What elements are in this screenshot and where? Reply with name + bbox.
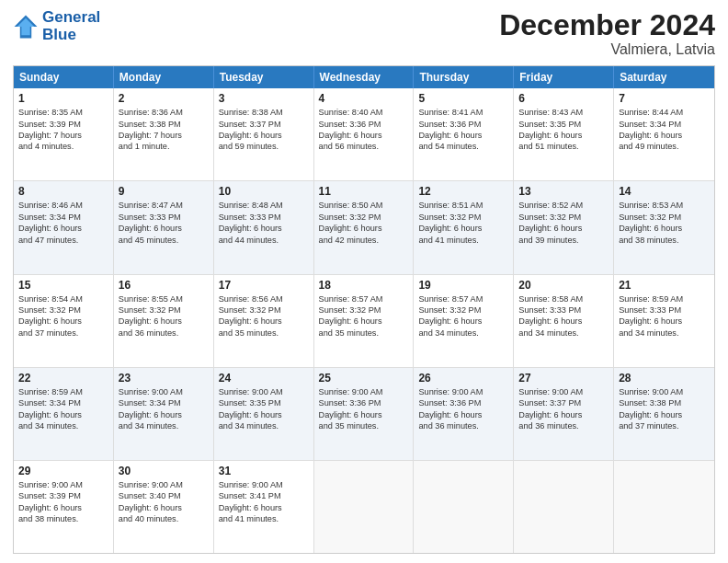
cell-line: Sunrise: 8:38 AM: [219, 107, 309, 118]
calendar-cell: 29Sunrise: 9:00 AMSunset: 3:39 PMDayligh…: [14, 461, 114, 553]
cell-line: Sunrise: 9:00 AM: [219, 479, 309, 490]
cell-line: Sunrise: 9:00 AM: [619, 386, 710, 397]
day-number: 13: [518, 185, 609, 198]
day-header-friday: Friday: [514, 66, 614, 88]
cell-line: Sunset: 3:32 PM: [518, 212, 609, 223]
calendar-cell: 3Sunrise: 8:38 AMSunset: 3:37 PMDaylight…: [214, 88, 314, 180]
day-number: 10: [219, 185, 309, 198]
cell-line: and 4 minutes.: [18, 141, 108, 152]
day-number: 4: [319, 92, 409, 105]
day-number: 21: [619, 279, 710, 292]
calendar-cell: 25Sunrise: 9:00 AMSunset: 3:36 PMDayligh…: [314, 368, 415, 460]
calendar-cell: 17Sunrise: 8:56 AMSunset: 3:32 PMDayligh…: [214, 275, 314, 367]
cell-line: Sunset: 3:33 PM: [619, 304, 710, 316]
cell-line: Sunrise: 8:55 AM: [119, 293, 209, 304]
cell-line: Daylight: 6 hours: [418, 316, 508, 327]
cell-line: Daylight: 6 hours: [119, 316, 209, 327]
page-title: December 2024: [499, 9, 715, 41]
calendar-cell: 23Sunrise: 9:00 AMSunset: 3:34 PMDayligh…: [114, 368, 214, 460]
cell-line: Daylight: 6 hours: [619, 409, 710, 420]
cell-line: Daylight: 6 hours: [518, 130, 609, 141]
cell-line: Sunset: 3:36 PM: [319, 397, 409, 408]
cell-line: Sunrise: 8:47 AM: [119, 200, 209, 211]
cell-line: Sunset: 3:33 PM: [119, 212, 209, 223]
cell-line: and 41 minutes.: [219, 513, 309, 524]
calendar-row-2: 8Sunrise: 8:46 AMSunset: 3:34 PMDaylight…: [14, 180, 714, 273]
day-number: 17: [219, 279, 309, 292]
logo-text: General Blue: [42, 9, 100, 43]
svg-marker-1: [17, 17, 35, 35]
day-number: 20: [518, 279, 609, 292]
cell-line: Sunset: 3:34 PM: [119, 397, 209, 408]
cell-line: Daylight: 6 hours: [18, 316, 108, 327]
day-number: 5: [418, 92, 508, 105]
cell-line: and 38 minutes.: [18, 513, 108, 524]
day-number: 25: [319, 372, 409, 385]
cell-line: Sunset: 3:36 PM: [418, 119, 508, 130]
calendar-cell: 20Sunrise: 8:58 AMSunset: 3:33 PMDayligh…: [514, 275, 614, 367]
day-number: 30: [119, 465, 209, 477]
cell-line: Daylight: 6 hours: [119, 409, 209, 420]
cell-line: and 37 minutes.: [18, 327, 108, 339]
cell-line: Sunrise: 8:35 AM: [18, 107, 108, 118]
cell-line: and 49 minutes.: [619, 141, 710, 152]
calendar-cell: [614, 461, 714, 553]
cell-line: Sunset: 3:34 PM: [18, 397, 108, 408]
calendar-cell: [414, 461, 514, 553]
cell-line: Sunrise: 8:52 AM: [518, 200, 609, 211]
cell-line: Sunrise: 8:50 AM: [319, 200, 409, 211]
cell-line: Daylight: 6 hours: [18, 502, 108, 513]
calendar-cell: 21Sunrise: 8:59 AMSunset: 3:33 PMDayligh…: [614, 275, 714, 367]
calendar-cell: 27Sunrise: 9:00 AMSunset: 3:37 PMDayligh…: [514, 368, 614, 460]
day-number: 31: [219, 465, 309, 477]
day-number: 12: [418, 185, 508, 198]
calendar-header: SundayMondayTuesdayWednesdayThursdayFrid…: [14, 66, 714, 88]
cell-line: Daylight: 6 hours: [319, 409, 409, 420]
calendar-cell: 13Sunrise: 8:52 AMSunset: 3:32 PMDayligh…: [514, 181, 614, 273]
cell-line: Sunrise: 8:58 AM: [518, 293, 609, 304]
calendar-cell: 14Sunrise: 8:53 AMSunset: 3:32 PMDayligh…: [614, 181, 714, 273]
cell-line: and 51 minutes.: [518, 141, 609, 152]
cell-line: and 1 minute.: [119, 141, 209, 152]
day-number: 26: [418, 372, 508, 385]
cell-line: Sunrise: 9:00 AM: [518, 386, 609, 397]
cell-line: Sunset: 3:33 PM: [219, 212, 309, 223]
cell-line: and 34 minutes.: [18, 420, 108, 431]
day-header-saturday: Saturday: [614, 66, 714, 88]
cell-line: Daylight: 6 hours: [319, 223, 409, 234]
calendar-row-5: 29Sunrise: 9:00 AMSunset: 3:39 PMDayligh…: [14, 460, 714, 553]
cell-line: and 36 minutes.: [119, 327, 209, 339]
cell-line: Daylight: 6 hours: [619, 223, 710, 234]
cell-line: Daylight: 6 hours: [219, 502, 309, 513]
calendar-cell: 11Sunrise: 8:50 AMSunset: 3:32 PMDayligh…: [314, 181, 415, 273]
day-number: 23: [119, 372, 209, 385]
cell-line: and 34 minutes.: [619, 327, 710, 339]
day-number: 7: [619, 92, 710, 105]
cell-line: Sunset: 3:38 PM: [119, 119, 209, 130]
cell-line: Sunrise: 8:44 AM: [619, 107, 710, 118]
cell-line: Sunrise: 8:57 AM: [319, 293, 409, 304]
cell-line: Sunset: 3:36 PM: [418, 397, 508, 408]
cell-line: and 41 minutes.: [418, 235, 508, 246]
calendar-cell: 4Sunrise: 8:40 AMSunset: 3:36 PMDaylight…: [314, 88, 415, 180]
cell-line: and 45 minutes.: [119, 235, 209, 246]
cell-line: Sunrise: 9:00 AM: [219, 386, 309, 397]
cell-line: and 44 minutes.: [219, 235, 309, 246]
calendar-cell: 28Sunrise: 9:00 AMSunset: 3:38 PMDayligh…: [614, 368, 714, 460]
day-number: 24: [219, 372, 309, 385]
cell-line: and 34 minutes.: [418, 327, 508, 339]
cell-line: Daylight: 6 hours: [518, 316, 609, 327]
logo: General Blue: [13, 9, 100, 43]
page-subtitle: Valmiera, Latvia: [499, 41, 715, 58]
day-number: 16: [119, 279, 209, 292]
cell-line: Daylight: 6 hours: [418, 223, 508, 234]
cell-line: Sunrise: 9:00 AM: [18, 479, 108, 490]
cell-line: Sunrise: 8:41 AM: [418, 107, 508, 118]
cell-line: Sunrise: 9:00 AM: [418, 386, 508, 397]
calendar-cell: 18Sunrise: 8:57 AMSunset: 3:32 PMDayligh…: [314, 275, 415, 367]
cell-line: Sunset: 3:32 PM: [219, 304, 309, 316]
cell-line: Sunset: 3:32 PM: [119, 304, 209, 316]
cell-line: Sunset: 3:37 PM: [518, 397, 609, 408]
cell-line: Daylight: 6 hours: [119, 223, 209, 234]
title-block: December 2024 Valmiera, Latvia: [499, 9, 715, 58]
